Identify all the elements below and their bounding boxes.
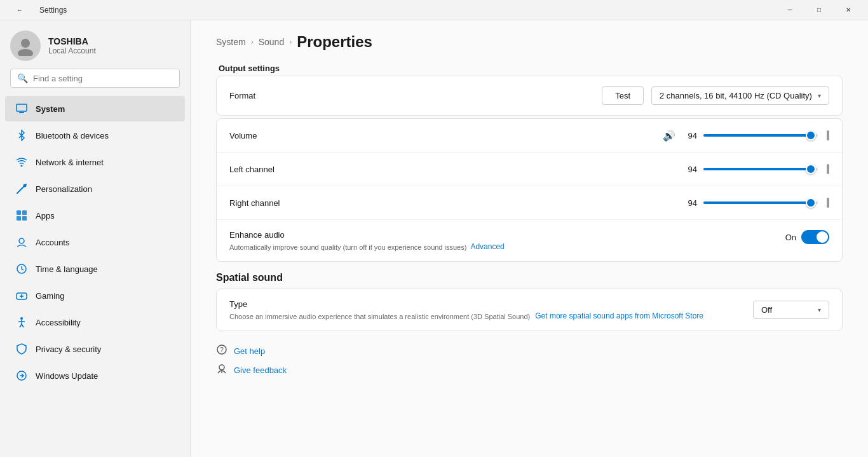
sidebar-label-time: Time & language [36, 264, 98, 274]
right-channel-track [703, 201, 818, 204]
volume-fill [703, 134, 811, 137]
breadcrumb: System › Sound › Properties [216, 33, 843, 51]
sidebar-item-time[interactable]: Time & language [5, 256, 185, 282]
sidebar-item-gaming[interactable]: Gaming [5, 283, 185, 308]
enhance-toggle-control: On [785, 230, 829, 244]
svg-rect-9 [17, 216, 21, 221]
sidebar-label-system: System [36, 104, 65, 114]
left-channel-thumb[interactable] [806, 164, 816, 174]
format-control: Test 2 channels, 16 bit, 44100 Hz (CD Qu… [602, 86, 829, 105]
advanced-link[interactable]: Advanced [470, 242, 504, 251]
volume-control: 🔊 94 [663, 129, 829, 142]
breadcrumb-sound[interactable]: Sound [259, 37, 284, 47]
system-icon [15, 102, 28, 115]
sidebar-label-accessibility: Accessibility [36, 318, 81, 327]
left-channel-row: Left channel 94 [217, 153, 842, 186]
volume-slider-end [827, 130, 829, 140]
spatial-sound-title: Spatial sound [216, 272, 843, 283]
sidebar-item-personalization[interactable]: Personalization [5, 176, 185, 201]
sidebar: TOSHIBA Local Account 🔍 System Bluetooth [0, 20, 191, 457]
help-icon: ? [216, 344, 227, 358]
volume-card: Volume 🔊 94 Left channel [216, 118, 843, 262]
volume-slider[interactable] [703, 129, 818, 142]
titlebar-controls: ─ □ ✕ [775, 0, 863, 20]
svg-line-20 [22, 324, 24, 327]
left-channel-track [703, 168, 818, 170]
left-channel-slider-end [827, 164, 829, 174]
sidebar-item-system[interactable]: System [5, 96, 185, 121]
get-help-label: Get help [234, 346, 265, 356]
sidebar-item-bluetooth[interactable]: Bluetooth & devices [5, 123, 185, 148]
chevron-down-icon: ▾ [818, 92, 821, 99]
left-channel-label: Left channel [229, 165, 356, 174]
right-channel-thumb[interactable] [806, 198, 816, 208]
sidebar-label-accounts: Accounts [36, 238, 69, 247]
give-feedback-label: Give feedback [234, 365, 287, 375]
sidebar-item-network[interactable]: Network & internet [5, 149, 185, 175]
user-info: TOSHIBA Local Account [48, 36, 96, 55]
format-label: Format [229, 91, 356, 100]
sidebar-item-update[interactable]: Windows Update [5, 363, 185, 388]
maximize-button[interactable]: □ [804, 0, 834, 20]
format-selected: 2 channels, 16 bit, 44100 Hz (CD Quality… [660, 91, 812, 100]
user-profile: TOSHIBA Local Account [0, 20, 190, 69]
search-icon: 🔍 [17, 73, 28, 83]
svg-point-11 [19, 238, 24, 243]
search-input[interactable] [33, 74, 173, 83]
user-type: Local Account [48, 46, 96, 55]
test-button[interactable]: Test [602, 86, 644, 105]
format-card: Format Test 2 channels, 16 bit, 44100 Hz… [216, 76, 843, 116]
spatial-type-dropdown[interactable]: Off ▾ [753, 301, 829, 319]
give-feedback-link[interactable]: Give feedback [216, 363, 843, 377]
toggle-knob [817, 231, 828, 243]
enhance-audio-toggle[interactable] [801, 230, 829, 244]
sidebar-label-privacy: Privacy & security [36, 344, 101, 354]
sidebar-item-privacy[interactable]: Privacy & security [5, 336, 185, 362]
right-channel-label: Right channel [229, 198, 356, 208]
app-title: Settings [39, 6, 67, 15]
enhance-audio-row: Enhance audio Automatically improve soun… [217, 220, 842, 261]
left-channel-control: 94 [682, 163, 829, 175]
right-channel-fill [703, 201, 811, 204]
sidebar-label-update: Windows Update [36, 371, 98, 381]
nav-items: System Bluetooth & devices Network & int… [0, 93, 190, 392]
svg-rect-10 [22, 216, 27, 221]
feedback-icon [216, 363, 227, 377]
right-channel-row: Right channel 94 [217, 186, 842, 220]
svg-rect-7 [17, 210, 21, 215]
accounts-icon [15, 236, 28, 249]
svg-text:?: ? [220, 346, 224, 353]
volume-thumb[interactable] [806, 130, 816, 140]
search-bar[interactable]: 🔍 [10, 69, 180, 88]
titlebar: ← Settings ─ □ ✕ [0, 0, 868, 20]
back-button[interactable]: ← [5, 0, 34, 20]
svg-rect-3 [19, 112, 24, 113]
sidebar-item-accessibility[interactable]: Accessibility [5, 310, 185, 335]
store-link[interactable]: Get more spatial sound apps from Microso… [535, 311, 703, 320]
breadcrumb-system[interactable]: System [216, 37, 246, 47]
footer-links: ? Get help Give feedback [216, 344, 843, 377]
enhance-audio-label: Enhance audio [229, 230, 760, 240]
titlebar-left: ← Settings [5, 0, 67, 20]
right-channel-slider[interactable] [703, 196, 818, 209]
close-button[interactable]: ✕ [834, 0, 863, 20]
spatial-type-control: Off ▾ [753, 301, 829, 319]
network-icon [15, 156, 28, 168]
user-name: TOSHIBA [48, 36, 96, 46]
sidebar-item-accounts[interactable]: Accounts [5, 229, 185, 255]
left-channel-slider[interactable] [703, 163, 818, 175]
minimize-button[interactable]: ─ [775, 0, 804, 20]
privacy-icon [15, 343, 28, 355]
main-content: System › Sound › Properties Output setti… [191, 20, 868, 457]
volume-label: Volume [229, 131, 356, 140]
svg-rect-2 [17, 104, 27, 111]
sidebar-label-bluetooth: Bluetooth & devices [36, 131, 109, 140]
left-channel-value: 94 [682, 165, 697, 174]
format-dropdown[interactable]: 2 channels, 16 bit, 44100 Hz (CD Quality… [651, 86, 829, 105]
sidebar-label-personalization: Personalization [36, 184, 92, 194]
volume-track [703, 134, 818, 137]
get-help-link[interactable]: ? Get help [216, 344, 843, 358]
sidebar-item-apps[interactable]: Apps [5, 203, 185, 228]
svg-point-6 [24, 184, 27, 188]
svg-line-19 [20, 324, 22, 327]
